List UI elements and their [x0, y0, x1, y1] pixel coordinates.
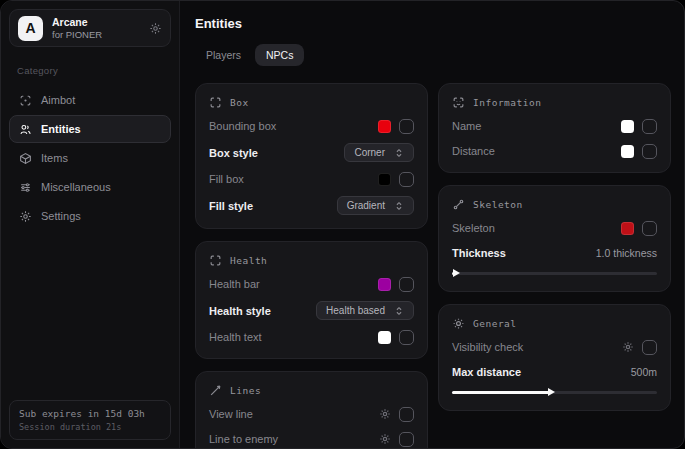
setting-row-fill-style: Fill style Gradient	[209, 196, 414, 215]
app-subtitle: for PIONER	[52, 29, 140, 41]
skeleton-card: Skeleton Skeleton Thickness 1.0 thicknes…	[438, 185, 671, 292]
app-window: A Arcane for PIONER Category Aimbot	[0, 0, 685, 449]
face-scan-icon	[452, 96, 465, 109]
box-card: Box Bounding box Box style Corner	[195, 83, 428, 229]
health-bar-checkbox[interactable]	[399, 277, 414, 292]
sidebar-item-miscellaneous[interactable]: Miscellaneous	[9, 173, 171, 201]
name-checkbox[interactable]	[642, 119, 657, 134]
sidebar-nav: Aimbot Entities Items Miscellaneous	[9, 86, 171, 230]
gear-icon[interactable]	[622, 341, 634, 353]
setting-row-health-text: Health text	[209, 329, 414, 345]
color-swatch[interactable]	[621, 222, 634, 235]
sidebar-item-items[interactable]: Items	[9, 144, 171, 172]
fill-box-checkbox[interactable]	[399, 172, 414, 187]
sidebar-item-label: Miscellaneous	[41, 181, 111, 193]
sidebar: A Arcane for PIONER Category Aimbot	[1, 1, 180, 448]
session-duration-text: Session duration 21s	[19, 422, 161, 432]
card-title: General	[473, 318, 517, 329]
setting-row-distance: Distance	[452, 143, 657, 159]
general-card: General Visibility check Max distance	[438, 304, 671, 411]
line-to-enemy-checkbox[interactable]	[399, 432, 414, 447]
sliders-icon	[19, 181, 32, 194]
card-title: Health	[230, 255, 267, 266]
diagonal-line-icon	[209, 384, 222, 397]
app-logo-card: A Arcane for PIONER	[9, 9, 171, 47]
health-card: Health Health bar Health style Health ba…	[195, 241, 428, 359]
gear-icon[interactable]	[379, 433, 391, 445]
sidebar-item-aimbot[interactable]: Aimbot	[9, 86, 171, 114]
skeleton-checkbox[interactable]	[642, 221, 657, 236]
sidebar-item-label: Settings	[41, 210, 81, 222]
information-card: Information Name Distance	[438, 83, 671, 173]
right-column: Information Name Distance	[438, 83, 671, 411]
tab-players[interactable]: Players	[195, 44, 252, 66]
fill-style-dropdown[interactable]: Gradient	[337, 196, 414, 215]
gear-icon[interactable]	[149, 22, 162, 35]
box-style-dropdown[interactable]: Corner	[344, 143, 414, 162]
subscription-info: Sub expires in 15d 03h Session duration …	[9, 400, 171, 440]
max-distance-slider[interactable]	[452, 387, 657, 397]
color-swatch[interactable]	[621, 145, 634, 158]
card-title: Lines	[230, 385, 261, 396]
sub-expires-text: Sub expires in 15d 03h	[19, 408, 161, 419]
setting-row-fill-box: Fill box	[209, 171, 414, 187]
setting-row-box-style: Box style Corner	[209, 143, 414, 162]
slider-thumb[interactable]	[548, 388, 555, 396]
setting-row-skeleton: Skeleton	[452, 220, 657, 236]
color-swatch[interactable]	[378, 331, 391, 344]
color-swatch[interactable]	[378, 173, 391, 186]
app-name: Arcane	[52, 16, 140, 29]
slider-thumb[interactable]	[453, 269, 460, 277]
gear-icon[interactable]	[379, 408, 391, 420]
bone-icon	[452, 198, 465, 211]
sidebar-item-entities[interactable]: Entities	[9, 115, 171, 143]
health-style-dropdown[interactable]: Health based	[316, 301, 414, 320]
thickness-value: 1.0 thickness	[596, 247, 657, 259]
scan-brackets-icon	[209, 254, 222, 267]
bounding-box-checkbox[interactable]	[399, 119, 414, 134]
thickness-slider[interactable]	[452, 268, 657, 278]
setting-row-visibility-check: Visibility check	[452, 339, 657, 355]
category-label: Category	[17, 65, 171, 76]
distance-checkbox[interactable]	[642, 144, 657, 159]
card-title: Skeleton	[473, 199, 523, 210]
color-swatch[interactable]	[621, 120, 634, 133]
setting-row-health-bar: Health bar	[209, 276, 414, 292]
chevrons-up-down-icon	[394, 148, 404, 158]
sidebar-item-label: Aimbot	[41, 94, 75, 106]
left-column: Box Bounding box Box style Corner	[195, 83, 428, 449]
setting-row-line-to-enemy: Line to enemy	[209, 431, 414, 447]
crosshair-icon	[19, 94, 32, 107]
card-title: Information	[473, 97, 541, 108]
health-text-checkbox[interactable]	[399, 330, 414, 345]
tab-bar: Players NPCs	[195, 44, 671, 66]
color-swatch[interactable]	[378, 278, 391, 291]
setting-row-bounding-box: Bounding box	[209, 118, 414, 134]
setting-row-name: Name	[452, 118, 657, 134]
setting-row-max-distance: Max distance 500m	[452, 364, 657, 380]
card-title: Box	[230, 97, 249, 108]
sun-icon	[452, 317, 465, 330]
main-content: Entities Players NPCs Box Bounding box	[180, 1, 684, 448]
scan-brackets-icon	[209, 96, 222, 109]
chevrons-up-down-icon	[394, 201, 404, 211]
tab-npcs[interactable]: NPCs	[255, 44, 304, 66]
chevrons-up-down-icon	[394, 306, 404, 316]
max-distance-value: 500m	[631, 366, 657, 378]
setting-row-view-line: View line	[209, 406, 414, 422]
setting-row-health-style: Health style Health based	[209, 301, 414, 320]
sidebar-item-label: Entities	[41, 123, 81, 135]
sidebar-item-label: Items	[41, 152, 68, 164]
visibility-check-checkbox[interactable]	[642, 340, 657, 355]
entities-icon	[19, 123, 32, 136]
color-swatch[interactable]	[378, 120, 391, 133]
page-title: Entities	[195, 16, 671, 31]
gear-icon	[19, 210, 32, 223]
package-icon	[19, 152, 32, 165]
sidebar-item-settings[interactable]: Settings	[9, 202, 171, 230]
setting-row-thickness: Thickness 1.0 thickness	[452, 245, 657, 261]
view-line-checkbox[interactable]	[399, 407, 414, 422]
app-logo: A	[18, 16, 43, 41]
lines-card: Lines View line Line to enemy	[195, 371, 428, 449]
